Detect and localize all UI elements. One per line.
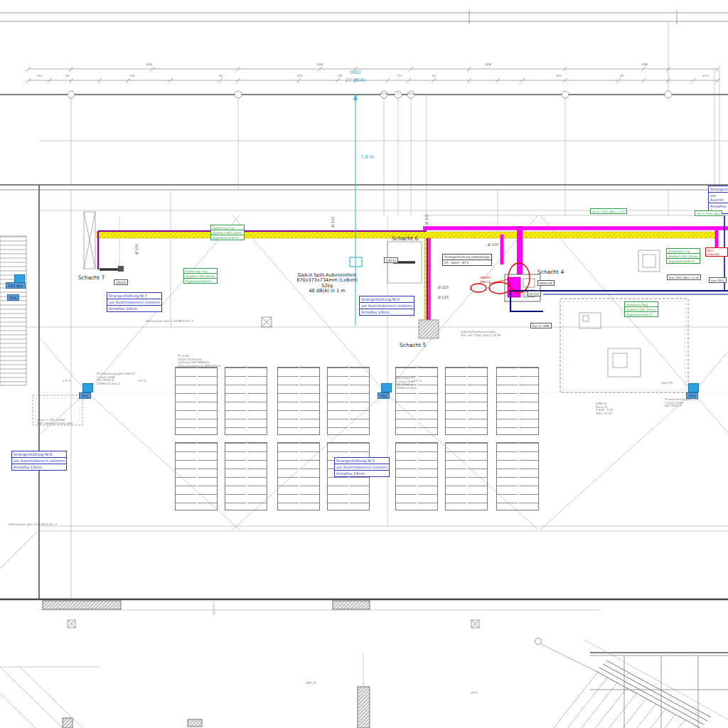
dim-r2-4: 670	[297, 75, 303, 78]
label-schacht6: Schacht 6	[392, 236, 418, 242]
bubble-3: HE DB	[406, 93, 416, 95]
solar-panel	[175, 367, 218, 435]
dia-100-d: Ø 100	[488, 243, 498, 247]
insulation-note-4: Isolierung Reg. Alublech WD 40mm Tageswa…	[624, 301, 658, 317]
tag-mdks: MDKS28	[537, 280, 555, 286]
vent-note-nr6: Strangentlüftung Nr.6 vor Austrittsberei…	[359, 296, 414, 316]
stair-ramp	[596, 660, 711, 728]
panel-gap	[299, 368, 300, 434]
solar-panel	[277, 442, 320, 510]
dia-125-b: Ø 125	[438, 296, 449, 300]
drain-square-p01	[82, 383, 93, 392]
dim-r2-9: 85	[620, 75, 623, 78]
solar-panel	[496, 367, 539, 435]
vertical-label: DA-B 01.1	[213, 601, 216, 615]
fitting-schacht7-box	[118, 266, 124, 272]
panel-gap	[518, 443, 519, 510]
dim-r2-1: 98	[65, 75, 69, 78]
tag-uk1: UK K+ F001-dBm L:3.39	[590, 208, 627, 214]
vent-note-nr7: Strangentlüftung Nr.7 vor Austrittsberei…	[107, 292, 162, 312]
label-schacht5: Schacht 5	[400, 343, 426, 349]
drain-square-p02	[381, 383, 392, 392]
dach01-note: 8 BB 01 Dach 01 4 905 - 4 92 8921 42 97	[596, 402, 613, 415]
drain2-note: Flachdach P1 1 Gully 2008 DN 150x4,6 (DN…	[396, 377, 417, 390]
panel-gap	[196, 443, 198, 510]
dim-r2-10: 67 b	[702, 75, 709, 78]
red-tag-bst: BSt+ 150x100	[705, 247, 728, 257]
slope-2: 2,5 %	[138, 380, 146, 383]
bubble-1: HE DB	[379, 93, 389, 95]
hebeanlage-note: Strangentlüftung Hebeanlage 01 - Dach - …	[442, 254, 492, 266]
panel-gap	[246, 368, 247, 434]
left-gutter-strip	[0, 236, 26, 385]
dia-125-a: Ø 125	[438, 286, 449, 290]
roof-plan-drawing: IM02 27 dB(A) 7,8 m Daikin Split-Außenei…	[0, 0, 728, 728]
dim-r2-0: 513	[37, 75, 43, 78]
dim-r2-5: 85	[338, 75, 342, 78]
insulation-note-2: Isolierung 2-lg. Alublech WD 40mm Tagesw…	[183, 268, 218, 284]
dim-318-1: 318	[146, 63, 152, 66]
red-note-1: KW85+	[481, 277, 491, 280]
bottom-label-1: 4BT1 B	[306, 682, 316, 685]
schacht5-box	[419, 320, 439, 338]
insulation-note-3: Isolierung 2-lg. Alublech WD 40mm Tagesw…	[666, 248, 700, 264]
cad-linework	[0, 0, 728, 728]
outdoor-unit-label: Daikin Split-Außeneinheit 870x373x734mm …	[279, 273, 375, 294]
tag-kf103: KF103	[528, 291, 541, 296]
dia-100-c: Ø 100	[425, 214, 429, 225]
solar-panel	[445, 367, 488, 435]
solar-panel	[445, 442, 488, 510]
insulation-note-1: Isolierung 2-lg. Alublech WD 40mm Tagesw…	[210, 225, 245, 240]
tag-flair1: Flair F001-dBm L:2.39	[667, 274, 701, 280]
chip-p02: P02	[378, 392, 390, 399]
pv-note: PV 4 Stk 34,8% PV-Fläche Leistung 248 5W…	[178, 355, 221, 368]
vent-note-nr5: Strangentlüftung Nr.5 vor Austrittsberei…	[334, 457, 390, 477]
drain1-note: Entwässerung gem DIN P.1 1 Gully 2008 DN…	[97, 373, 135, 385]
chip-p03-not: P03 Not	[6, 282, 26, 289]
solar-panel	[496, 442, 539, 510]
vent-note-nr8: Strangentlüftung Nr.8 vor Austrittsberei…	[11, 451, 67, 471]
tag-uk2: UK K+ F001-dBm	[695, 210, 722, 216]
stair-ref-circle	[535, 638, 542, 645]
dim-r2-6: 171	[397, 75, 402, 78]
solar-panel	[225, 442, 267, 510]
bubble-2: D	[394, 93, 402, 95]
tag-flair2: Flair F001	[709, 277, 727, 283]
sektionaltor-2: Sektionaltor bzw Ü 40 RB 8.04 I 7	[146, 320, 193, 323]
panel-gap	[417, 443, 418, 510]
thin-grid-lines	[0, 21, 728, 687]
tag-dn150: DN150	[384, 257, 398, 263]
vent-note-clipped: Strangentlü vor Austritt Armaflex 1	[708, 186, 728, 214]
dim-318-2: 318	[316, 63, 323, 66]
dia-100-a: Ø 100	[135, 244, 139, 255]
dim-318-3: 318	[485, 63, 491, 66]
panel-gap	[518, 368, 519, 434]
dim-r2-3: 98	[219, 75, 223, 78]
solar-panel	[277, 367, 320, 435]
solar-panel	[175, 442, 218, 510]
hatched-wall-segments	[43, 601, 370, 728]
tag-kip: Kip 12 4M6	[530, 323, 552, 328]
noise-distance: 7,8 m	[360, 155, 374, 160]
drain3-note: Entwässerung gem DIN 1 Gully 2008 DN 150…	[665, 398, 698, 408]
label-schacht4: Schacht 4	[537, 269, 564, 276]
red-note-2: DN110	[481, 281, 491, 284]
pipe-navy-main	[510, 291, 728, 311]
drain-square-p03	[688, 383, 699, 392]
velux-note: Velux + (55) 12060 1 St. Oberlicht Gully…	[37, 419, 74, 425]
dim-r2-2: 736	[129, 75, 135, 78]
tag-dn100: DN100	[114, 279, 128, 285]
panel-gap	[466, 443, 468, 510]
dia-100-b: Ø 100	[331, 217, 336, 228]
dim-318-4: 318	[641, 63, 648, 66]
dim-r2-8: 670	[556, 75, 562, 78]
panel-gap	[348, 368, 350, 434]
panel-gap	[196, 368, 198, 434]
sektionaltor-1: Sektionaltor gem Ü 40 RB 8.04 I 7	[9, 523, 57, 527]
panel-gap	[246, 443, 247, 510]
panel-gap	[466, 368, 468, 434]
panel-gap	[299, 443, 300, 510]
bottom-label-2: GT 0	[471, 692, 477, 695]
stair-ref-leader	[541, 644, 596, 671]
chip-p03-left: P03	[7, 294, 19, 301]
